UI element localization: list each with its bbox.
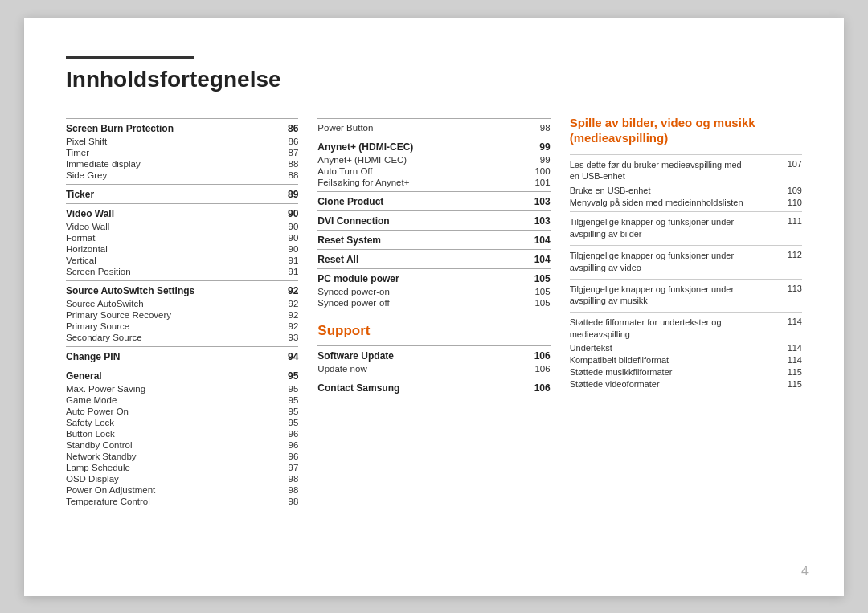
section-label: Screen Burn Protection — [66, 123, 174, 134]
section-num: 86 — [288, 123, 298, 134]
right-col-section: Tilgjengelige knapper og funksjoner unde… — [570, 211, 802, 242]
toc-entry: Horizontal90 — [66, 243, 298, 255]
entry-num: 93 — [289, 333, 299, 342]
toc-section-header: DVI Connection103 — [317, 210, 550, 227]
toc-section: Anynet+ (HDMI-CEC)99Anynet+ (HDMI-CEC)99… — [317, 137, 550, 188]
section-label: Reset System — [317, 235, 381, 246]
entry-label: Temperature Control — [66, 497, 150, 506]
toc-entry: Temperature Control98 — [66, 496, 298, 507]
columns: Screen Burn Protection86Pixel Shift86Tim… — [66, 115, 802, 507]
toc-section: Video Wall90Video Wall90Format90Horizont… — [66, 203, 298, 277]
entry-num: 96 — [289, 452, 299, 461]
section-num: 94 — [288, 351, 298, 362]
entry-label: Button Lock — [66, 429, 115, 439]
entry-label: Lamp Schedule — [66, 463, 130, 472]
entry-num: 91 — [289, 255, 299, 265]
section-label: PC module power — [317, 273, 399, 284]
toc-section-header: Clone Product103 — [317, 191, 550, 207]
entry-num: 91 — [289, 267, 299, 276]
col3: Spille av bilder, video og musikk (medie… — [570, 115, 802, 507]
entry-label: Pixel Shift — [66, 137, 107, 146]
toc-entry: Synced power-off105 — [317, 297, 550, 309]
section-num: 103 — [534, 196, 551, 207]
toc-entry: Max. Power Saving95 — [66, 383, 298, 394]
entry-label: Undertekst — [570, 343, 612, 353]
entry-num: 97 — [289, 463, 299, 472]
col3-heading: Spille av bilder, video og musikk (medie… — [570, 115, 802, 146]
toc-section: Reset System104 — [317, 230, 550, 246]
entry-num: 98 — [289, 485, 299, 495]
section-num: 90 — [288, 208, 298, 219]
entry-label: Primary Source — [66, 321, 129, 331]
section-label: Anynet+ (HDMI-CEC) — [317, 141, 413, 153]
section-label: Change PIN — [66, 351, 120, 362]
entry-label: Bruke en USB-enhet — [570, 186, 651, 195]
entry-num: 105 — [534, 287, 550, 296]
section-num: 95 — [288, 370, 298, 382]
entry-num: 115 — [788, 367, 802, 377]
toc-section: Contact Samsung106 — [317, 378, 550, 394]
section-num: 89 — [288, 189, 298, 200]
toc-section-header: Source AutoSwitch Settings92 — [66, 280, 298, 296]
toc-entry: Video Wall90 — [66, 221, 298, 232]
toc-entry: Auto Power On95 — [66, 406, 298, 417]
entry-num: 86 — [289, 137, 299, 146]
toc-section: Source AutoSwitch Settings92Source AutoS… — [66, 280, 298, 343]
entry-label: Video Wall — [66, 222, 109, 231]
entry-label: Vertical — [66, 255, 96, 265]
entry-num: 98 — [289, 497, 299, 506]
col2: Power Button98Anynet+ (HDMI-CEC)99Anynet… — [317, 115, 569, 507]
toc-entry: Game Mode95 — [66, 394, 298, 406]
entry-num: 98 — [540, 123, 551, 133]
section-label: General — [66, 370, 102, 382]
section-label: Software Update — [317, 350, 394, 362]
section-num: 107 — [788, 159, 802, 183]
section-num: 113 — [788, 284, 802, 308]
entry-num: 88 — [289, 170, 299, 180]
toc-entry: Button Lock96 — [66, 428, 298, 439]
entry-label: Secondary Source — [66, 333, 142, 342]
toc-section-header: Anynet+ (HDMI-CEC)99 — [317, 137, 550, 153]
section-label: Video Wall — [66, 208, 114, 219]
entry-label: Støttede musikkfilformater — [570, 367, 673, 377]
toc-entry: Feilsøking for Anynet+101 — [317, 177, 550, 188]
section-num: 106 — [534, 382, 551, 394]
entry-label: Screen Position — [66, 267, 131, 276]
toc-entry: Immediate display88 — [66, 158, 298, 170]
toc-section: General95Max. Power Saving95Game Mode95A… — [66, 366, 298, 507]
right-col-section: Tilgjengelige knapper og funksjoner unde… — [570, 245, 802, 276]
right-col-section: Les dette før du bruker medieavspilling … — [570, 154, 802, 209]
toc-section-header: Reset System104 — [317, 230, 550, 246]
toc-section: Screen Burn Protection86Pixel Shift86Tim… — [66, 118, 298, 181]
toc-entry: Safety Lock95 — [66, 417, 298, 428]
section-num: 99 — [539, 141, 550, 153]
right-col-section: Støttede filformater for undertekster og… — [570, 312, 802, 390]
right-col-entry: Menyvalg på siden med medieinnholdsliste… — [570, 196, 802, 208]
entry-label: Horizontal — [66, 244, 108, 254]
right-col-header: Støttede filformater for undertekster og… — [570, 312, 802, 342]
right-col-entry: Undertekst114 — [570, 342, 802, 354]
section-label: Tilgjengelige knapper og funksjoner unde… — [570, 216, 747, 240]
entry-num: 96 — [289, 440, 299, 450]
entry-num: 114 — [788, 355, 802, 365]
section-label: Source AutoSwitch Settings — [66, 285, 194, 296]
section-num: 104 — [534, 254, 551, 265]
entry-num: 92 — [289, 321, 299, 331]
toc-entry: Auto Turn Off100 — [317, 166, 550, 177]
toc-entry: Power Button98 — [317, 118, 550, 133]
right-col-section: Tilgjengelige knapper og funksjoner unde… — [570, 279, 802, 309]
section-num: 105 — [534, 273, 551, 284]
toc-section-header: Software Update106 — [317, 345, 550, 362]
entry-label: Synced power-off — [317, 298, 389, 308]
entry-label: Synced power-on — [317, 287, 390, 296]
entry-num: 95 — [289, 395, 299, 405]
toc-entry: Screen Position91 — [66, 266, 298, 277]
entry-label: Menyvalg på siden med medieinnholdsliste… — [570, 198, 743, 207]
toc-entry: Timer87 — [66, 147, 298, 158]
entry-num: 98 — [289, 474, 299, 484]
entry-label: Network Standby — [66, 452, 137, 461]
page-title: Innholdsfortegnelse — [66, 67, 802, 92]
entry-num: 109 — [788, 186, 802, 195]
section-label: Ticker — [66, 189, 94, 200]
entry-num: 100 — [534, 166, 550, 176]
